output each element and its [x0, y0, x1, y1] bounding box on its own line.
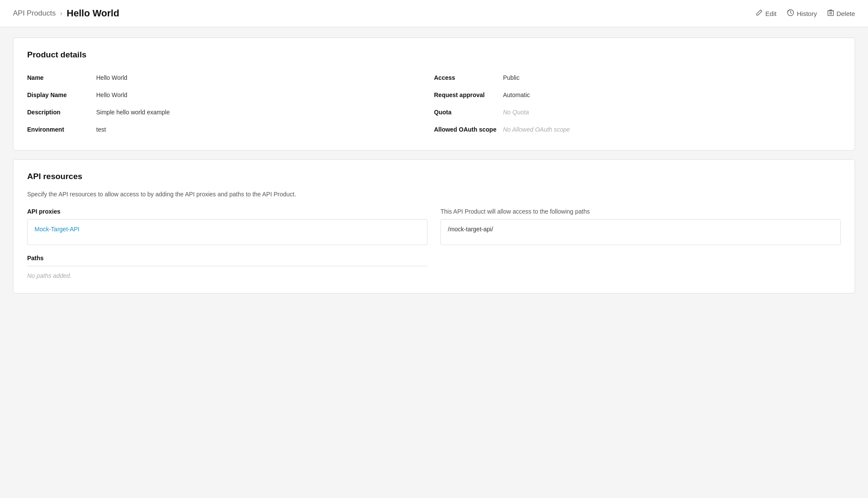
header-actions: Edit History Del — [756, 9, 855, 18]
right-col: This API Product will allow access to th… — [440, 208, 841, 281]
edit-label: Edit — [765, 10, 777, 17]
description-label: Description — [27, 109, 96, 116]
api-resources-subtitle: Specify the API resources to allow acces… — [27, 191, 841, 198]
breadcrumb: API Products › Hello World — [13, 8, 119, 19]
request-approval-value: Automatic — [503, 91, 530, 98]
left-col: API proxies Mock-Target-API Paths No pat… — [27, 208, 428, 281]
access-label: Access — [434, 74, 503, 81]
page-header: API Products › Hello World Edit History — [0, 0, 868, 27]
history-label: History — [797, 10, 817, 17]
request-approval-label: Request approval — [434, 91, 503, 98]
oauth-scope-label: Allowed OAuth scope — [434, 126, 503, 133]
name-value: Hello World — [96, 74, 127, 81]
paths-empty: No paths added. — [27, 271, 428, 281]
breadcrumb-parent[interactable]: API Products — [13, 9, 56, 18]
oauth-scope-value: No Allowed OAuth scope — [503, 126, 570, 133]
environment-label: Environment — [27, 126, 96, 133]
paths-label: Paths — [27, 255, 428, 262]
api-resources-title: API resources — [27, 172, 841, 181]
right-col-label: This API Product will allow access to th… — [440, 208, 841, 215]
main-content: Product details Name Hello World Display… — [0, 27, 868, 304]
paths-result-box: /mock-target-api/ — [440, 219, 841, 245]
api-resources-card: API resources Specify the API resources … — [13, 159, 855, 293]
details-left: Name Hello World Display Name Hello Worl… — [27, 69, 434, 138]
display-name-label: Display Name — [27, 91, 96, 98]
history-button[interactable]: History — [787, 9, 817, 18]
breadcrumb-separator: › — [60, 9, 62, 17]
environment-row: Environment test — [27, 121, 434, 138]
api-resources-layout: API proxies Mock-Target-API Paths No pat… — [27, 208, 841, 281]
delete-label: Delete — [837, 10, 855, 17]
product-details-card: Product details Name Hello World Display… — [13, 38, 855, 151]
access-value: Public — [503, 74, 519, 81]
api-proxies-list: Mock-Target-API — [27, 219, 428, 245]
delete-icon — [827, 9, 834, 18]
edit-button[interactable]: Edit — [756, 9, 777, 18]
history-icon — [787, 9, 794, 18]
edit-icon — [756, 9, 763, 18]
product-details-title: Product details — [27, 50, 841, 60]
access-row: Access Public — [434, 69, 841, 86]
oauth-scope-row: Allowed OAuth scope No Allowed OAuth sco… — [434, 121, 841, 138]
quota-label: Quota — [434, 109, 503, 116]
proxy-item[interactable]: Mock-Target-API — [28, 220, 427, 239]
paths-divider — [27, 266, 428, 266]
description-value: Simple hello world example — [96, 109, 170, 116]
paths-section: Paths No paths added. — [27, 255, 428, 281]
quota-row: Quota No Quota — [434, 104, 841, 121]
delete-button[interactable]: Delete — [827, 9, 855, 18]
description-row: Description Simple hello world example — [27, 104, 434, 121]
display-name-row: Display Name Hello World — [27, 86, 434, 104]
paths-result: /mock-target-api/ — [448, 226, 493, 233]
name-label: Name — [27, 74, 96, 81]
environment-value: test — [96, 126, 106, 133]
request-approval-row: Request approval Automatic — [434, 86, 841, 104]
details-right: Access Public Request approval Automatic… — [434, 69, 841, 138]
details-grid: Name Hello World Display Name Hello Worl… — [27, 69, 841, 138]
name-row: Name Hello World — [27, 69, 434, 86]
display-name-value: Hello World — [96, 91, 127, 98]
breadcrumb-current: Hello World — [67, 8, 120, 19]
api-proxies-label: API proxies — [27, 208, 428, 215]
quota-value: No Quota — [503, 109, 529, 116]
